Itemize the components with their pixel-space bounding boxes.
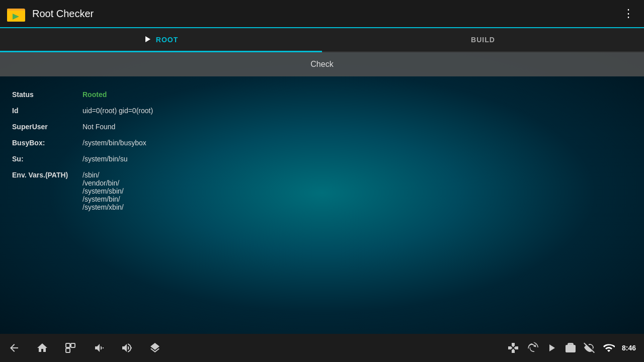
tabs: ROOT BUILD bbox=[0, 28, 644, 52]
main-content: Check Status Rooted Id uid=0(root) gid=0… bbox=[0, 52, 644, 334]
label-id: Id bbox=[12, 107, 83, 115]
path-systembin: /system/bin/ bbox=[83, 195, 124, 203]
volume-down-icon[interactable] bbox=[93, 342, 105, 354]
value-id: uid=0(root) gid=0(root) bbox=[83, 107, 153, 115]
info-row-su: Su: /system/bin/su bbox=[12, 151, 632, 167]
info-row-superuser: SuperUser Not Found bbox=[12, 119, 632, 135]
nav-bar: 8:46 bbox=[0, 334, 644, 362]
nav-left bbox=[8, 342, 161, 354]
briefcase-icon bbox=[565, 342, 577, 354]
path-systemsbin: /system/sbin/ bbox=[83, 187, 124, 195]
nav-right: 8:46 bbox=[507, 342, 636, 354]
app-bar-left: Root Checker bbox=[6, 4, 94, 24]
value-status: Rooted bbox=[83, 90, 107, 99]
svg-rect-5 bbox=[66, 343, 70, 347]
volume-up-icon[interactable] bbox=[121, 342, 133, 354]
value-su: /system/bin/su bbox=[83, 155, 127, 163]
label-status: Status bbox=[12, 90, 83, 99]
status-time: 8:46 bbox=[622, 344, 636, 352]
label-busybox: BusyBox: bbox=[12, 139, 83, 147]
label-superuser: SuperUser bbox=[12, 123, 83, 131]
svg-rect-6 bbox=[71, 343, 75, 347]
app-icon bbox=[6, 4, 26, 24]
info-row-busybox: BusyBox: /system/bin/busybox bbox=[12, 135, 632, 151]
svg-marker-4 bbox=[145, 36, 150, 42]
tab-build[interactable]: BUILD bbox=[322, 28, 644, 51]
tab-build-label: BUILD bbox=[471, 36, 495, 44]
path-vendorbin: /vendor/bin/ bbox=[83, 179, 124, 187]
value-superuser: Not Found bbox=[83, 123, 115, 131]
label-su: Su: bbox=[12, 155, 83, 163]
recents-icon[interactable] bbox=[64, 342, 76, 354]
tab-root[interactable]: ROOT bbox=[0, 28, 322, 51]
info-row-id: Id uid=0(root) gid=0(root) bbox=[12, 103, 632, 119]
label-envpath: Env. Vars.(PATH) bbox=[12, 171, 83, 179]
tab-play-icon bbox=[144, 35, 152, 45]
home-icon[interactable] bbox=[36, 342, 48, 354]
app-bar: Root Checker ⋮ bbox=[0, 0, 644, 28]
gamepad-icon bbox=[507, 342, 519, 354]
wifi-icon bbox=[603, 342, 615, 354]
back-icon[interactable] bbox=[8, 342, 20, 354]
value-busybox: /system/bin/busybox bbox=[83, 139, 146, 147]
svg-rect-7 bbox=[66, 348, 70, 352]
tab-root-label: ROOT bbox=[156, 36, 178, 44]
network-icon bbox=[584, 342, 596, 354]
info-row-status: Status Rooted bbox=[12, 86, 632, 103]
screen-rotate-icon bbox=[526, 342, 538, 354]
overflow-menu-icon[interactable]: ⋮ bbox=[619, 5, 638, 22]
path-sbin: /sbin/ bbox=[83, 171, 124, 179]
check-button[interactable]: Check bbox=[0, 52, 644, 76]
play-media-icon bbox=[545, 342, 557, 354]
check-button-label: Check bbox=[310, 60, 333, 69]
info-row-envpath: Env. Vars.(PATH) /sbin/ /vendor/bin/ /sy… bbox=[12, 167, 632, 215]
value-envpath: /sbin/ /vendor/bin/ /system/sbin/ /syste… bbox=[83, 171, 124, 211]
app-title: Root Checker bbox=[32, 8, 94, 20]
info-table: Status Rooted Id uid=0(root) gid=0(root)… bbox=[0, 76, 644, 225]
path-systemxbin: /system/xbin/ bbox=[83, 203, 124, 211]
layers-icon[interactable] bbox=[149, 342, 161, 354]
